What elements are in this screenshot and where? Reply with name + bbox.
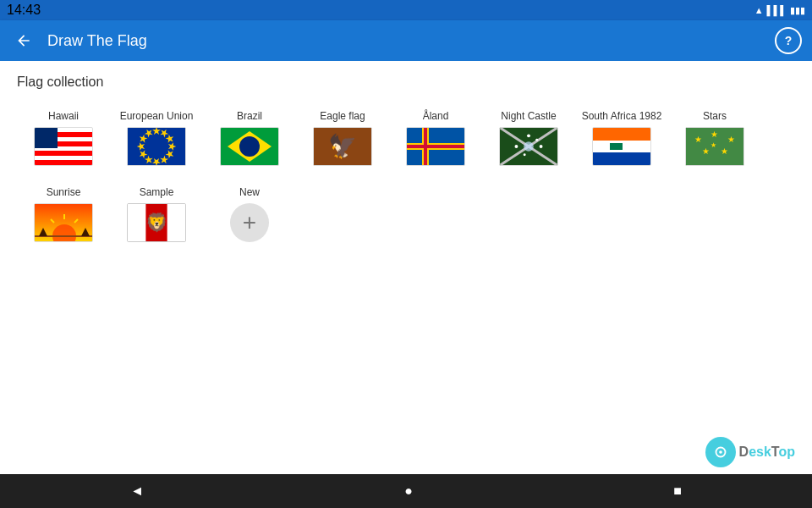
flag-item-nightcastle[interactable]: Night Castle [482, 103, 575, 173]
safrica-stripe-green [610, 143, 623, 151]
flag-label-stars: Stars [703, 110, 727, 122]
flag-item-stars[interactable]: Stars ★ ★ ★ ★ ★ ★ [668, 103, 761, 173]
watermark-text: DeskTop [739, 444, 795, 460]
flag-image-stars: ★ ★ ★ ★ ★ ★ [685, 127, 744, 166]
status-time: 14:43 [7, 3, 41, 18]
flag-image-eu [127, 127, 186, 166]
brazil-diamond [228, 131, 272, 162]
flag-image-brazil [220, 127, 279, 166]
desktop-watermark: DeskTop [705, 437, 795, 467]
svg-text:🦅: 🦅 [328, 132, 357, 160]
brazil-circle [239, 136, 260, 157]
svg-point-22 [535, 139, 538, 141]
nav-back-button[interactable]: ◄ [113, 477, 161, 505]
svg-text:★: ★ [727, 135, 735, 144]
new-plus-icon: + [230, 203, 269, 242]
status-icons: ▲ ▌▌▌ ▮▮▮ [754, 5, 805, 16]
collection-title: Flag collection [17, 75, 795, 90]
svg-point-21 [524, 153, 526, 156]
flag-item-aland[interactable]: Åland [389, 103, 482, 173]
svg-point-44 [719, 450, 722, 454]
svg-text:★: ★ [710, 130, 718, 139]
flag-label-eu: European Union [120, 110, 194, 122]
flag-label-brazil: Brazil [237, 110, 262, 122]
back-button[interactable] [10, 27, 37, 54]
app-bar: Draw The Flag ? [0, 20, 812, 61]
flag-label-sunrise: Sunrise [47, 186, 81, 198]
svg-text:★: ★ [702, 146, 710, 156]
new-flag-label: New [239, 186, 260, 198]
flag-image-nightcastle [499, 127, 558, 166]
new-flag-button[interactable]: New + [203, 179, 296, 249]
status-bar: 14:43 ▲ ▌▌▌ ▮▮▮ [0, 0, 812, 20]
nav-home-button[interactable]: ● [387, 477, 430, 505]
flag-row-2: Sunrise [17, 179, 795, 249]
nav-bar: ◄ ● ■ [0, 474, 812, 508]
flag-item-brazil[interactable]: Brazil [203, 103, 296, 173]
safrica-stripe-blue [593, 152, 650, 165]
flag-item-sample[interactable]: Sample 🦁 [110, 179, 203, 249]
main-content: Flag collection Hawaii European Union [0, 61, 812, 474]
svg-point-19 [514, 145, 518, 148]
flag-item-hawaii[interactable]: Hawaii [17, 103, 110, 173]
flag-image-eagle: 🦅 [313, 127, 372, 166]
svg-point-23 [524, 141, 534, 152]
flag-label-hawaii: Hawaii [48, 110, 79, 122]
flag-label-nightcastle: Night Castle [501, 110, 556, 122]
flag-row-1: Hawaii European Union [17, 103, 795, 173]
app-title: Draw The Flag [47, 32, 775, 50]
battery-icon: ▮▮▮ [790, 5, 805, 16]
flag-item-sunrise[interactable]: Sunrise [17, 179, 110, 249]
watermark-icon [705, 437, 736, 467]
flag-label-sample: Sample [140, 186, 174, 198]
svg-text:★: ★ [710, 141, 716, 149]
flag-image-aland [406, 127, 465, 166]
svg-rect-0 [128, 128, 185, 166]
svg-text:★: ★ [721, 146, 728, 156]
flag-label-safrica: South Africa 1982 [582, 110, 662, 122]
svg-point-18 [527, 134, 530, 137]
flag-item-safrica[interactable]: South Africa 1982 [575, 103, 668, 173]
flag-image-hawaii [34, 127, 93, 166]
flag-item-eu[interactable]: European Union [110, 103, 203, 173]
help-button[interactable]: ? [775, 27, 802, 54]
svg-text:★: ★ [694, 135, 702, 144]
signal-icon: ▌▌▌ [767, 5, 787, 15]
safrica-stripe-orange [593, 128, 650, 141]
flag-item-eagle[interactable]: Eagle flag 🦅 [296, 103, 389, 173]
wifi-icon: ▲ [754, 5, 764, 15]
nav-recent-button[interactable]: ■ [656, 477, 699, 505]
flag-label-eagle: Eagle flag [320, 110, 365, 122]
aland-red-horizontal [407, 145, 464, 148]
flag-image-safrica [592, 127, 651, 166]
flag-label-aland: Åland [423, 110, 449, 122]
flag-image-sample: 🦁 [127, 203, 186, 242]
svg-text:🦁: 🦁 [145, 212, 168, 234]
svg-point-20 [540, 145, 543, 148]
flag-image-sunrise [34, 203, 93, 242]
